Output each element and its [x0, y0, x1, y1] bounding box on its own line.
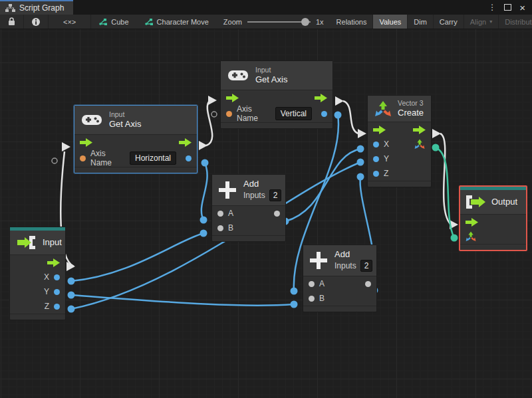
flow-in-port[interactable]	[466, 218, 478, 227]
flow-in-port[interactable]	[80, 138, 92, 147]
distribute-dropdown[interactable]: Distribute▾	[499, 15, 532, 29]
add-icon	[219, 181, 236, 199]
flow-out-port[interactable]	[47, 258, 60, 267]
port-label: A	[319, 279, 325, 288]
port-sum-out[interactable]	[365, 281, 371, 287]
port-label: Axis Name	[90, 149, 125, 167]
port-value-out[interactable]	[321, 111, 327, 117]
flow-in-port[interactable]	[373, 126, 386, 134]
code-view-button[interactable]: <×>	[49, 15, 91, 29]
unconnected-socket	[211, 112, 217, 117]
port-b-in[interactable]	[309, 296, 315, 302]
port-sum-out[interactable]	[274, 211, 280, 217]
lock-icon	[8, 17, 15, 26]
node-footer	[74, 167, 197, 173]
node-footer	[303, 306, 376, 312]
align-dropdown[interactable]: Align▾	[464, 15, 499, 29]
tab-title: Script Graph	[19, 3, 64, 13]
add-icon	[310, 252, 327, 269]
node-add-2[interactable]: Add Inputs 2 A B	[303, 245, 377, 312]
flow-out-port[interactable]	[179, 138, 192, 147]
relations-button[interactable]: Relations	[331, 15, 374, 29]
port-a-in[interactable]	[309, 281, 315, 287]
flow-out-port[interactable]	[413, 126, 426, 134]
node-add-1[interactable]: Add Inputs 2 A B	[211, 174, 286, 242]
port-label: X	[384, 140, 389, 149]
flow-arrowhead	[66, 262, 75, 271]
port-axis-name-in[interactable]	[80, 155, 86, 161]
graph-canvas[interactable]: Input X Y Z Input Get Axis Axis Name Hor…	[0, 29, 532, 398]
connection-input-x-to-add1-b[interactable]	[71, 233, 203, 281]
node-title: Add	[243, 179, 281, 189]
port-x-out[interactable]	[54, 274, 60, 280]
connection-getaxis-v-to-vector3[interactable]	[343, 101, 358, 134]
node-get-axis-horizontal[interactable]: Input Get Axis Axis Name Horizontal	[74, 105, 198, 173]
port-z-in[interactable]	[373, 171, 379, 177]
port-a-in[interactable]	[217, 211, 223, 217]
graph-icon	[145, 18, 154, 26]
flow-in-port[interactable]	[226, 94, 239, 102]
tab-script-graph[interactable]: Script Graph	[0, 0, 73, 15]
vector3-icon	[374, 100, 392, 118]
flow-arrowhead	[208, 96, 217, 105]
values-button[interactable]: Values	[373, 15, 408, 29]
chevron-down-icon: ▾	[489, 19, 492, 25]
port-y-out[interactable]	[54, 289, 60, 295]
node-get-axis-vertical[interactable]: Input Get Axis Axis Name Vertical	[220, 60, 333, 129]
vector3-value-port[interactable]	[466, 231, 477, 242]
zoom-slider-thumb[interactable]	[301, 18, 309, 26]
gamepad-icon	[228, 69, 248, 82]
breadcrumb-label: Cube	[111, 18, 128, 26]
port-axis-name-in[interactable]	[226, 111, 232, 117]
port-label: B	[228, 223, 233, 233]
port-z-out[interactable]	[54, 304, 60, 310]
input-event-icon	[17, 235, 35, 250]
unconnected-socket	[52, 158, 57, 163]
node-title: Create	[398, 108, 424, 118]
carry-button[interactable]: Carry	[434, 15, 464, 29]
axis-name-field[interactable]: Horizontal	[130, 151, 176, 165]
flow-out-port[interactable]	[315, 94, 327, 102]
connection-getaxis-h-to-add1-a[interactable]	[201, 163, 207, 220]
node-title: Add	[334, 249, 372, 260]
node-output-event[interactable]: Output	[459, 185, 527, 251]
info-button[interactable]	[24, 15, 49, 29]
info-icon	[32, 18, 40, 26]
breadcrumb-character-move[interactable]: Character Move	[137, 15, 217, 29]
inputs-count-field[interactable]: 2	[360, 260, 373, 272]
zoom-slider[interactable]	[247, 21, 311, 23]
window-menu-icon[interactable]: ⋮	[488, 3, 496, 12]
zoom-label: Zoom	[223, 18, 242, 26]
maximize-icon[interactable]	[504, 4, 511, 11]
port-label: Z	[384, 169, 388, 178]
flow-arrowhead	[199, 141, 207, 150]
flow-arrowhead	[335, 96, 344, 106]
close-icon[interactable]: ×	[519, 3, 525, 13]
port-x-in[interactable]	[373, 142, 379, 148]
node-title: Get Axis	[109, 119, 141, 130]
node-input-event[interactable]: Input X Y Z	[9, 227, 66, 320]
node-subtitle: Input	[255, 66, 287, 74]
breadcrumb-label: Character Move	[157, 18, 209, 26]
node-title: Output	[491, 197, 517, 207]
breadcrumb-cube[interactable]: Cube	[91, 15, 136, 29]
port-y-in[interactable]	[373, 156, 379, 162]
script-graph-hierarchy-icon	[5, 3, 15, 13]
port-value-out[interactable]	[186, 155, 192, 161]
flow-arrowhead	[62, 142, 70, 151]
dim-button[interactable]: Dim	[408, 15, 434, 29]
zoom-value: 1x	[316, 18, 324, 26]
node-title: Input	[43, 237, 62, 248]
node-footer	[10, 314, 65, 320]
port-b-in[interactable]	[217, 225, 223, 231]
inputs-label: Inputs	[243, 191, 265, 201]
connection-getaxis-h-to-getaxis-v[interactable]	[206, 101, 212, 146]
axis-name-field[interactable]: Vertical	[275, 107, 312, 120]
inputs-count-field[interactable]: 2	[269, 189, 282, 201]
node-vector3-create[interactable]: Vector 3 Create X Y Z	[367, 95, 432, 187]
vector3-result-port[interactable]	[414, 139, 426, 149]
lock-button[interactable]	[0, 15, 24, 29]
node-subtitle: Vector 3	[398, 99, 424, 108]
node-footer	[460, 244, 526, 250]
code-icon: <×>	[63, 18, 76, 26]
